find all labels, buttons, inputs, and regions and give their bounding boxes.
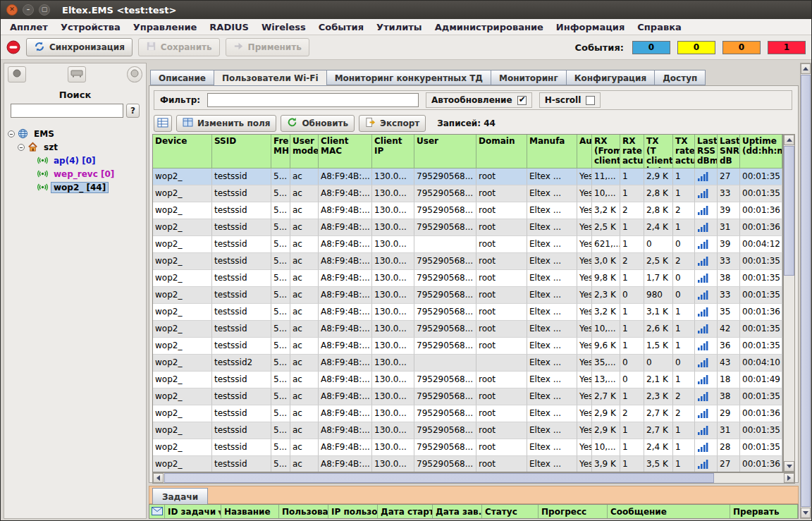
scroll-thumb-horizontal[interactable] — [164, 473, 714, 483]
tasks-column-header[interactable]: Сообщение — [608, 505, 730, 518]
table-row[interactable]: wop2_testssid5...acA8:F9:4B:...130.0...7… — [153, 388, 782, 405]
main-scroll-down-button[interactable] — [801, 508, 811, 518]
table-menu-button[interactable] — [154, 115, 172, 132]
table-row[interactable]: wop2_testssid5...acA8:F9:4B:...130.0...7… — [153, 185, 782, 202]
tab[interactable]: Пользователи Wi-Fi — [214, 70, 326, 86]
tree-item[interactable]: szt — [4, 140, 146, 154]
tasks-column-header[interactable]: Прогресс — [539, 505, 608, 518]
table-row[interactable]: wop2_testssid5...acA8:F9:4B:...130.0...7… — [153, 405, 782, 422]
scroll-left-button[interactable] — [153, 473, 164, 483]
tasks-column-header[interactable]: Дата зав... — [433, 505, 482, 518]
tasks-column-header[interactable]: Статус — [482, 505, 539, 518]
sidebar-action-button-right[interactable] — [127, 66, 142, 82]
tab[interactable]: Мониторинг конкурентных ТД — [326, 70, 491, 85]
maximize-button[interactable]: ▢ — [39, 4, 50, 16]
main-scroll-thumb[interactable] — [801, 75, 811, 507]
table-row[interactable]: wop2_testssid5...acA8:F9:4B:...130.0...7… — [153, 202, 782, 219]
event-counter-critical[interactable]: 1 — [768, 41, 806, 54]
column-header[interactable]: Client IP — [372, 135, 414, 168]
event-counter-warning[interactable]: 0 — [677, 41, 715, 54]
column-header[interactable]: User — [414, 135, 476, 168]
tab[interactable]: Описание — [150, 70, 214, 85]
menu-item[interactable]: Устройства — [54, 20, 127, 34]
column-header[interactable]: Aut — [577, 135, 592, 168]
table-row[interactable]: wop2_testssid5...acA8:F9:4B:...130.0...r… — [153, 236, 782, 253]
tasks-column-header[interactable]: Дата старта — [378, 505, 433, 518]
minimize-button[interactable]: – — [23, 4, 34, 16]
table-horizontal-scrollbar[interactable] — [152, 472, 795, 484]
table-row[interactable]: wop2_testssid5...acA8:F9:4B:...130.0...7… — [153, 372, 782, 388]
table-row[interactable]: wop2_testssid5...acA8:F9:4B:...130.0...7… — [153, 270, 782, 287]
filter-input[interactable] — [207, 93, 419, 107]
scroll-up-button[interactable] — [784, 135, 794, 145]
column-header[interactable]: Device — [153, 135, 212, 168]
save-button[interactable]: Сохранить — [138, 38, 220, 56]
column-header[interactable]: SSID — [212, 135, 271, 168]
menu-item[interactable]: Апплет — [4, 20, 54, 34]
tree-expander-icon[interactable] — [8, 130, 15, 137]
column-header[interactable]: User mode — [290, 135, 319, 168]
autorefresh-checkbox[interactable] — [517, 96, 527, 105]
apply-button[interactable]: Применить — [226, 38, 309, 56]
tasks-column-header[interactable]: Прервать — [730, 505, 798, 518]
event-counter-info[interactable]: 0 — [632, 41, 670, 54]
tasks-column-header[interactable]: Название — [221, 505, 279, 518]
tree-item[interactable]: wep_revc [0] — [4, 167, 146, 180]
column-header[interactable]: RX (From client — [592, 135, 620, 168]
column-header[interactable]: Client MAC — [319, 135, 372, 168]
menu-item[interactable]: RADIUS — [203, 20, 255, 34]
event-counter-major[interactable]: 0 — [722, 41, 761, 54]
table-row[interactable]: wop2_testssid5...acA8:F9:4B:...130.0...7… — [153, 456, 782, 472]
menu-item[interactable]: Управление — [127, 20, 204, 34]
menu-item[interactable]: Информация — [550, 20, 632, 34]
scroll-thumb[interactable] — [784, 146, 794, 276]
export-button[interactable]: Экспорт — [359, 115, 426, 132]
table-row[interactable]: wop2_testssid5...acA8:F9:4B:...130.0...7… — [153, 253, 782, 270]
column-header[interactable]: Last RSS dBm — [695, 135, 718, 168]
table-row[interactable]: wop2_testssid5...acA8:F9:4B:...130.0...7… — [153, 168, 782, 185]
edit-fields-button[interactable]: Изменить поля — [176, 115, 276, 132]
table-row[interactable]: wop2_testssid5...acA8:F9:4B:...130.0...7… — [153, 219, 782, 236]
table-row[interactable]: wop2_testssid5...acA8:F9:4B:...130.0...7… — [153, 422, 782, 439]
menu-item[interactable]: Утилиты — [370, 20, 429, 34]
tab[interactable]: Конфигурация — [566, 70, 654, 85]
menu-item[interactable]: Справка — [631, 20, 687, 34]
menu-item[interactable]: Администрирование — [429, 20, 550, 34]
tab-tasks[interactable]: Задачи — [152, 488, 208, 505]
column-header[interactable]: Fre MH — [271, 135, 290, 168]
table-row[interactable]: wop2_testssid25...acA8:F9:4B:...130.0...… — [153, 355, 782, 372]
column-header[interactable]: Last SNR dB — [718, 135, 740, 168]
sync-button[interactable]: Синхронизация — [26, 38, 133, 56]
sidebar-action-button-left[interactable] — [8, 66, 26, 82]
search-input[interactable] — [11, 104, 123, 118]
tree-item[interactable]: EMS — [4, 127, 146, 140]
column-header[interactable]: Uptime (dd:hh:m — [740, 135, 782, 168]
tasks-column-header[interactable]: Пользова... — [279, 505, 328, 518]
tasks-column-header[interactable]: ID задачи ▼ — [165, 505, 221, 518]
close-button[interactable]: ✕ — [6, 4, 18, 16]
menu-item[interactable]: События — [312, 20, 370, 34]
tab[interactable]: Доступ — [654, 70, 706, 85]
table-row[interactable]: wop2_testssid5...acA8:F9:4B:...130.0...7… — [153, 304, 782, 321]
column-header[interactable]: RX rate actu — [620, 135, 644, 168]
table-row[interactable]: wop2_testssid5...acA8:F9:4B:...130.0...7… — [153, 439, 782, 456]
main-vertical-scrollbar[interactable] — [800, 63, 811, 519]
tree-expander-icon[interactable] — [18, 144, 25, 151]
menu-item[interactable]: Wireless — [255, 20, 312, 34]
tree-item[interactable]: ap(4) [0] — [4, 154, 146, 167]
table-row[interactable]: wop2_testssid5...acA8:F9:4B:...130.0...7… — [153, 338, 782, 355]
tab[interactable]: Мониторинг — [491, 70, 566, 85]
tree-item[interactable]: wop2_ [44] — [4, 180, 146, 194]
table-row[interactable]: wop2_testssid5...acA8:F9:4B:...130.0...7… — [153, 321, 782, 338]
column-header[interactable]: TX (T client byte — [644, 135, 673, 168]
tasks-column-header[interactable]: IP пользо... — [328, 505, 378, 518]
search-help-button[interactable]: ? — [126, 104, 140, 118]
scroll-right-button[interactable] — [784, 473, 794, 483]
column-header[interactable]: TX rate actu — [673, 135, 695, 168]
main-scroll-up-button[interactable] — [801, 63, 811, 74]
hscroll-checkbox[interactable] — [586, 96, 595, 105]
table-vertical-scrollbar[interactable] — [783, 134, 795, 472]
sidebar-action-button-middle[interactable] — [68, 66, 86, 82]
column-header[interactable]: Domain — [476, 135, 527, 168]
column-header[interactable]: Manufa — [527, 135, 577, 168]
